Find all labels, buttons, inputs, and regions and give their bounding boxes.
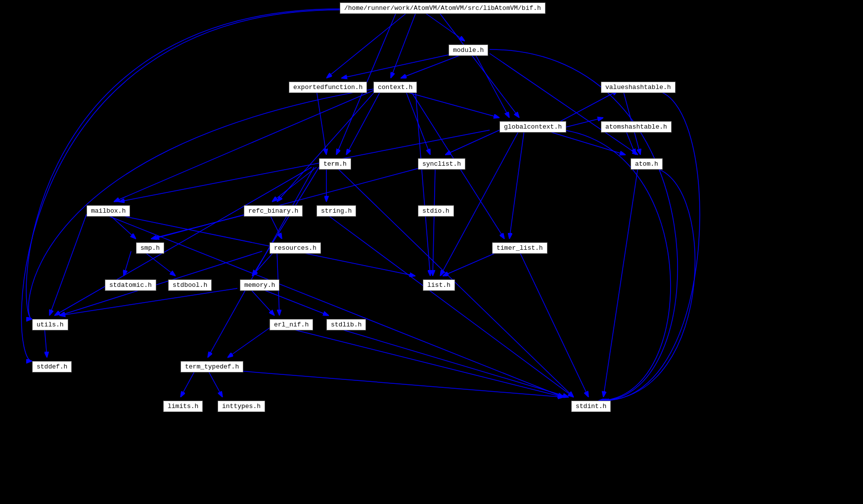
svg-line-2 bbox=[326, 14, 406, 78]
atom-h-node: atom.h bbox=[631, 158, 663, 170]
stdbool-h-node: stdbool.h bbox=[168, 279, 212, 291]
svg-line-56 bbox=[336, 328, 569, 397]
resources-h-node: resources.h bbox=[270, 242, 321, 254]
bif-h-node: /home/runner/work/AtomVM/AtomVM/src/libA… bbox=[340, 2, 545, 14]
svg-line-30 bbox=[336, 167, 574, 397]
svg-line-55 bbox=[287, 328, 564, 397]
svg-line-52 bbox=[59, 288, 237, 316]
svg-line-3 bbox=[391, 14, 415, 78]
timer-list-h-node: timer_list.h bbox=[492, 242, 547, 254]
svg-line-34 bbox=[433, 167, 435, 276]
exportedfunction-h-node: exportedfunction.h bbox=[289, 82, 367, 93]
stdint-h-node: stdint.h bbox=[571, 401, 611, 412]
globalcontext-h-node: globalcontext.h bbox=[500, 121, 566, 133]
svg-line-54 bbox=[227, 328, 270, 358]
svg-line-26 bbox=[626, 130, 636, 155]
stdio-h-node: stdio.h bbox=[418, 205, 454, 217]
svg-line-13 bbox=[114, 91, 373, 202]
svg-line-44 bbox=[519, 251, 589, 397]
synclist-h-node: synclist.h bbox=[418, 158, 465, 170]
stdatomic-h-node: stdatomic.h bbox=[105, 279, 156, 291]
svg-line-57 bbox=[181, 370, 195, 397]
svg-line-47 bbox=[252, 251, 274, 276]
svg-line-23 bbox=[509, 130, 524, 239]
mailbox-h-node: mailbox.h bbox=[87, 205, 130, 217]
svg-line-35 bbox=[603, 167, 638, 397]
svg-line-1 bbox=[426, 14, 465, 41]
svg-line-49 bbox=[59, 251, 262, 316]
svg-line-17 bbox=[401, 91, 500, 118]
svg-line-7 bbox=[401, 53, 465, 78]
valueshashtable-h-node: valueshashtable.h bbox=[601, 82, 676, 93]
term-h-node: term.h bbox=[319, 158, 351, 170]
smp-h-node: smp.h bbox=[136, 242, 164, 254]
refc-binary-h-node: refc_binary.h bbox=[244, 205, 303, 217]
svg-line-27 bbox=[272, 167, 317, 202]
svg-line-42 bbox=[326, 214, 574, 397]
stddef-h-node: stddef.h bbox=[32, 361, 72, 372]
svg-line-53 bbox=[45, 328, 47, 358]
stdlib-h-node: stdlib.h bbox=[326, 319, 366, 330]
inttypes-h-node: inttypes.h bbox=[218, 401, 265, 412]
svg-line-6 bbox=[341, 53, 455, 78]
term-typedef-h-node: term_typedef.h bbox=[181, 361, 243, 372]
utils-h-node: utils.h bbox=[32, 319, 68, 330]
svg-line-59 bbox=[227, 370, 564, 397]
svg-line-39 bbox=[104, 214, 564, 397]
atomshashtable-h-node: atomshashtable.h bbox=[601, 121, 672, 133]
limits-h-node: limits.h bbox=[163, 401, 203, 412]
memory-h-node: memory.h bbox=[240, 279, 279, 291]
svg-line-51 bbox=[260, 288, 329, 316]
list-h-node: list.h bbox=[423, 279, 455, 291]
module-h-node: module.h bbox=[449, 45, 488, 56]
svg-line-58 bbox=[208, 370, 223, 397]
string-h-node: string.h bbox=[317, 205, 356, 217]
context-h-node: context.h bbox=[373, 82, 417, 93]
erl-nif-h-node: erl_nif.h bbox=[270, 319, 313, 330]
svg-line-41 bbox=[151, 214, 247, 239]
svg-line-9 bbox=[490, 53, 638, 155]
